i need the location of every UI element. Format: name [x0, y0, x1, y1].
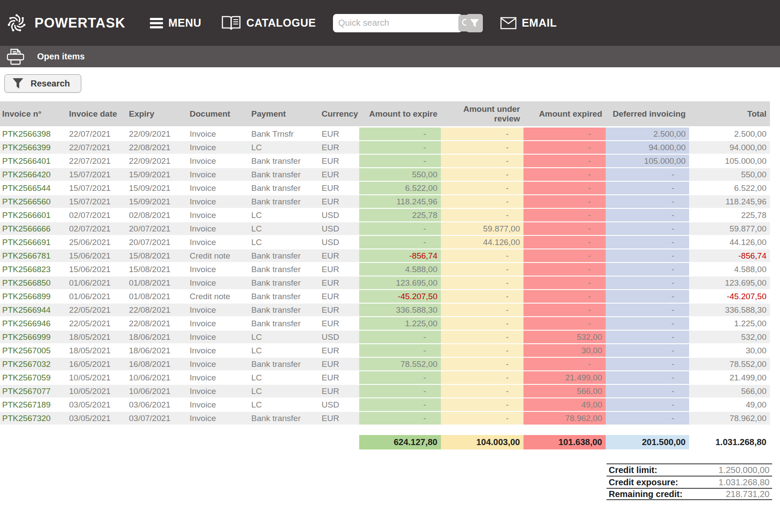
cell-amount_to_expire: 1.225,00 [359, 317, 441, 331]
open-items-table: Invoice n°Invoice dateExpiryDocumentPaym… [0, 101, 770, 425]
cell-invoice[interactable]: PTK2566823 [0, 263, 68, 276]
cell-invoice[interactable]: PTK2566544 [0, 182, 68, 195]
cell-invoice[interactable]: PTK2566399 [0, 141, 68, 155]
cell-currency: EUR [319, 263, 359, 276]
cell-payment: Bank transfer [249, 276, 319, 290]
cell-invoice[interactable]: PTK2566420 [0, 168, 68, 182]
cell-invoice[interactable]: PTK2566781 [0, 249, 68, 263]
cell-amount_under_review: - [441, 182, 523, 195]
cell-document: Invoice [186, 263, 249, 276]
cell-invoice[interactable]: PTK2567320 [0, 412, 68, 425]
cell-payment: LC [249, 236, 319, 249]
table-row: PTK256705910/05/202110/06/2021InvoiceLCE… [0, 371, 770, 385]
cell-deferred_invoicing: - [606, 385, 689, 398]
credit-limit-label: Credit limit: [609, 465, 657, 475]
cell-invoice_date: 18/05/2021 [68, 331, 127, 344]
cell-expiry: 15/09/2021 [127, 168, 186, 182]
cell-invoice[interactable]: PTK2566560 [0, 195, 68, 209]
credit-exposure-row: Credit exposure: 1.031.268,80 [607, 476, 772, 488]
cell-invoice[interactable]: PTK2566999 [0, 331, 68, 344]
cell-expiry: 22/08/2021 [127, 317, 186, 331]
cell-invoice_date: 03/05/2021 [68, 398, 127, 412]
cell-invoice[interactable]: PTK2566401 [0, 155, 68, 168]
catalogue-button[interactable]: CATALOGUE [221, 15, 316, 31]
cell-invoice[interactable]: PTK2566691 [0, 236, 68, 249]
cell-invoice[interactable]: PTK2566899 [0, 290, 68, 304]
research-button[interactable]: Research [4, 74, 81, 93]
cell-payment: Bank transfer [249, 168, 319, 182]
cell-payment: LC [249, 222, 319, 236]
cell-payment: Bank transfer [249, 263, 319, 276]
cell-expiry: 15/09/2021 [127, 182, 186, 195]
cell-invoice[interactable]: PTK2566944 [0, 304, 68, 317]
table-row: PTK256694422/05/202122/08/2021InvoiceBan… [0, 304, 770, 317]
cell-invoice[interactable]: PTK2567032 [0, 358, 68, 371]
cell-invoice[interactable]: PTK2566850 [0, 276, 68, 290]
cell-deferred_invoicing: - [606, 168, 689, 182]
cell-payment: Bank Trnsfr [249, 128, 319, 141]
cell-deferred_invoicing: - [606, 195, 689, 209]
cell-amount_to_expire: - [359, 155, 441, 168]
column-header-amount_under_review: Amount under review [441, 101, 523, 128]
cell-document: Invoice [186, 141, 249, 155]
cell-payment: Bank transfer [249, 304, 319, 317]
search-input[interactable] [334, 15, 458, 31]
table-row: PTK256678115/06/202115/08/2021Credit not… [0, 249, 770, 263]
cell-currency: EUR [319, 168, 359, 182]
cell-deferred_invoicing: - [606, 249, 689, 263]
cell-invoice[interactable]: PTK2566946 [0, 317, 68, 331]
cell-invoice[interactable]: PTK2567059 [0, 371, 68, 385]
cell-invoice[interactable]: PTK2567077 [0, 385, 68, 398]
cell-deferred_invoicing: - [606, 182, 689, 195]
cell-expiry: 18/06/2021 [127, 344, 186, 358]
cell-invoice_date: 22/07/2021 [68, 155, 127, 168]
cell-amount_expired: - [523, 304, 606, 317]
cell-invoice_date: 10/05/2021 [68, 371, 127, 385]
cell-amount_under_review: 44.126,00 [441, 236, 523, 249]
research-button-label: Research [31, 79, 70, 89]
cell-expiry: 10/06/2021 [127, 385, 186, 398]
cell-currency: EUR [319, 371, 359, 385]
cell-currency: USD [319, 331, 359, 344]
menu-button[interactable]: MENU [150, 17, 201, 29]
cell-deferred_invoicing: - [606, 358, 689, 371]
cell-total: 2.500,00 [689, 128, 770, 141]
cell-invoice[interactable]: PTK2566666 [0, 222, 68, 236]
table-row: PTK256682315/06/202115/08/2021InvoiceBan… [0, 263, 770, 276]
cell-amount_expired: 49,00 [523, 398, 606, 412]
cell-amount_expired: - [523, 209, 606, 222]
cell-amount_expired: - [523, 236, 606, 249]
cell-invoice[interactable]: PTK2567189 [0, 398, 68, 412]
column-header-expiry: Expiry [127, 101, 186, 128]
cell-amount_under_review: - [441, 385, 523, 398]
column-header-amount_expired: Amount expired [523, 101, 606, 128]
cell-invoice[interactable]: PTK2566601 [0, 209, 68, 222]
cell-document: Invoice [186, 317, 249, 331]
cell-payment: Bank transfer [249, 412, 319, 425]
credit-limit-row: Credit limit: 1.250.000,00 [607, 463, 772, 476]
table-row: PTK256699918/05/202118/06/2021InvoiceLCU… [0, 331, 770, 344]
table-row: PTK256689901/06/202101/08/2021Credit not… [0, 290, 770, 304]
cell-expiry: 22/08/2021 [127, 141, 186, 155]
cell-invoice_date: 01/06/2021 [68, 276, 127, 290]
remaining-credit-row: Remaining credit: 218.731,20 [607, 488, 772, 500]
column-header-document: Document [186, 101, 249, 128]
cell-deferred_invoicing: - [606, 317, 689, 331]
printer-icon[interactable] [5, 48, 25, 66]
cell-total: 21.499,00 [689, 371, 770, 385]
cell-amount_expired: - [523, 290, 606, 304]
cell-currency: EUR [319, 304, 359, 317]
cell-amount_under_review: - [441, 128, 523, 141]
cell-currency: EUR [319, 195, 359, 209]
filter-button[interactable] [466, 14, 483, 32]
email-button[interactable]: EMAIL [500, 17, 557, 29]
column-header-invoice: Invoice n° [0, 101, 68, 128]
cell-invoice[interactable]: PTK2567005 [0, 344, 68, 358]
catalogue-label: CATALOGUE [246, 17, 316, 29]
table-row: PTK256685001/06/202101/08/2021InvoiceBan… [0, 276, 770, 290]
cell-document: Invoice [186, 371, 249, 385]
cell-currency: EUR [319, 358, 359, 371]
cell-amount_to_expire: 123.695,00 [359, 276, 441, 290]
powertask-logo-icon [6, 13, 27, 34]
cell-invoice[interactable]: PTK2566398 [0, 128, 68, 141]
